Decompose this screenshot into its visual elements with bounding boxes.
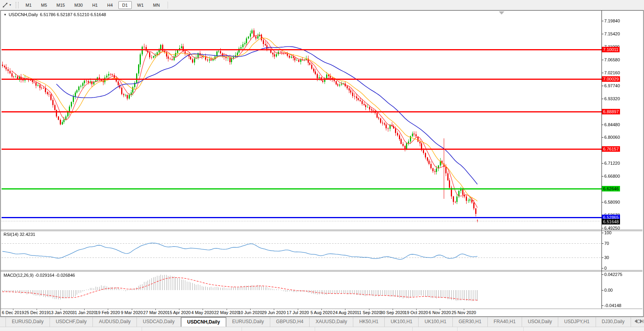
chart-tab-eurusd-daily[interactable]: EURUSD,Daily: [226, 317, 270, 327]
price-tick-mark: [602, 202, 603, 202]
macd-tick-label: -0.04148: [604, 303, 621, 308]
macd-tick-mark: [602, 274, 603, 275]
date-label: 30 Sep 2020: [380, 310, 405, 315]
rsi-tick-label: 70: [604, 241, 609, 246]
pane-separator[interactable]: [1, 230, 642, 231]
timeframe-button-m30[interactable]: M30: [70, 1, 87, 9]
timeframe-button-h4[interactable]: H4: [103, 1, 116, 9]
rsi-tick-label: 0: [604, 266, 607, 270]
tool-dropdown-caret-icon[interactable]: ▾: [9, 3, 11, 7]
date-label: 17 Jul 2020: [287, 310, 309, 315]
chart-header: ▼ USDCNH,Daily 6.51786 6.52187 6.51210 6…: [4, 12, 106, 17]
chart-tab-usoil-daily[interactable]: USOil,Daily: [522, 317, 558, 327]
price-tick-label: 6.49250: [604, 226, 620, 230]
status-cell-separator: [315, 327, 315, 331]
hline-price-label: 6.88897: [602, 109, 620, 114]
chart-tab-usdjpy-h1[interactable]: USDJPY,H1: [558, 317, 596, 327]
chart-tab-hk50-h1[interactable]: HK50,H1: [353, 317, 385, 327]
macd-indicator-canvas[interactable]: [2, 272, 602, 309]
chart-tab-ger30-h1[interactable]: GER30,H1: [453, 317, 488, 327]
timeframe-buttons: M1M5M15M30H1H4D1W1MN: [21, 1, 164, 9]
chart-tab-audusd-daily[interactable]: AUDUSD,Daily: [93, 317, 137, 327]
status-bar: [0, 327, 644, 331]
price-tick-label: 7.19840: [604, 18, 620, 23]
price-tick-label: 6.80060: [604, 135, 620, 140]
price-tick-label: 6.58090: [604, 200, 620, 204]
timeframe-button-h1[interactable]: H1: [88, 1, 101, 9]
chart-tab-eurusd-daily[interactable]: EURUSD,Daily: [6, 317, 50, 327]
timeframe-button-m1[interactable]: M1: [22, 1, 35, 9]
chart-tab-usdcad-daily[interactable]: USDCAD,Daily: [137, 317, 181, 327]
rsi-indicator-canvas[interactable]: [2, 231, 602, 270]
date-label: 9 Mar 2020: [121, 310, 143, 315]
timeframe-toolbar: ▾ M1M5M15M30H1H4D1W1MN: [0, 0, 644, 10]
price-tick-label: 6.66800: [604, 174, 620, 178]
crosshair-tool-icon[interactable]: [2, 2, 9, 9]
timeframe-button-m5[interactable]: M5: [37, 1, 51, 9]
price-tick-mark: [602, 60, 603, 60]
timeframe-button-m15[interactable]: M15: [53, 1, 69, 9]
macd-label: MACD(12,26,9) -0.029164 -0.026846: [4, 273, 75, 278]
date-label: 25 Dec 2019: [24, 310, 49, 315]
date-label: 22 May 2020: [214, 310, 239, 315]
chart-tab-uk100-h1[interactable]: UK100,H1: [419, 317, 452, 327]
price-tick-label: 7.15420: [604, 31, 620, 36]
pane-separator[interactable]: [1, 270, 642, 272]
toolbar-grip: [16, 2, 18, 8]
date-label: 4 May 2020: [191, 310, 214, 315]
macd-tick-mark: [602, 290, 603, 291]
chart-tab-gbpusd-h4[interactable]: GBPUSD,H4: [270, 317, 310, 327]
timeframe-button-mn[interactable]: MN: [149, 1, 164, 9]
price-tick-label: 7.02160: [604, 70, 620, 75]
date-label: 5 Aug 2020: [310, 310, 332, 315]
toolbar-separator: [168, 2, 168, 9]
date-label: 19 Oct 2020: [404, 310, 428, 315]
price-chart-canvas[interactable]: [2, 11, 602, 230]
macd-tick-mark: [602, 305, 603, 306]
macd-tick-label: 0.042275: [604, 272, 622, 277]
hline-price-label: 6.62646: [602, 186, 620, 191]
current-price-label: 6.51648: [602, 219, 620, 224]
status-cell-separator: [242, 327, 242, 331]
date-label: 10 Jun 2020: [238, 310, 262, 315]
rsi-tick-mark: [602, 257, 603, 258]
rsi-tick-mark: [602, 243, 603, 244]
tab-scroll-arrows: [635, 319, 642, 323]
hline-price-label: 7.10011: [602, 47, 620, 52]
timeframe-button-w1[interactable]: W1: [133, 1, 148, 9]
date-label: 29 Jun 2020: [262, 310, 286, 315]
price-tick-mark: [602, 125, 603, 125]
price-tick-mark: [602, 137, 603, 138]
status-cell-separator: [523, 327, 524, 331]
tab-scroll-right-icon[interactable]: [640, 319, 642, 323]
price-tick-label: 6.71220: [604, 161, 620, 166]
chart-tab-usdchf-daily[interactable]: USDCHF,Daily: [50, 317, 93, 327]
date-label: 31 Jan 2020: [72, 310, 96, 315]
chart-title: USDCNH,Daily: [9, 12, 38, 17]
chart-tab-bar: EURUSD,DailyUSDCHF,DailyAUDUSD,DailyUSDC…: [0, 317, 644, 327]
macd-tick-label: 0.00: [604, 288, 613, 292]
chart-shift-marker-icon[interactable]: [499, 11, 504, 15]
rsi-tick-label: 30: [604, 255, 609, 260]
date-label: 19 Feb 2020: [96, 310, 120, 315]
timeframe-button-d1[interactable]: D1: [118, 1, 132, 9]
price-tick-mark: [602, 176, 603, 177]
chart-tab-xauusd-daily[interactable]: XAUUSD,Daily: [310, 317, 353, 327]
price-tick-mark: [602, 86, 603, 86]
date-label: 6 Nov 2020: [429, 310, 451, 315]
date-label: 24 Aug 2020: [333, 310, 357, 315]
chart-tab-dj30-daily[interactable]: DJ30,Daily: [596, 317, 631, 327]
chart-tab-fra40-h1[interactable]: FRA40,H1: [488, 317, 522, 327]
date-label: 25 Nov 2020: [452, 310, 476, 315]
date-label: 15 Apr 2020: [167, 310, 190, 315]
tab-scroll-left-icon[interactable]: [635, 319, 637, 323]
price-axis-line[interactable]: [602, 11, 602, 309]
price-tick-mark: [602, 228, 603, 228]
chart-collapse-arrow-icon[interactable]: ▼: [4, 13, 7, 17]
rsi-tick-label: 100: [604, 230, 611, 235]
rsi-tick-mark: [602, 233, 603, 233]
chart-tab-usdcnh-daily[interactable]: USDCNH,Daily: [181, 317, 226, 327]
chart-tab-uk100-h1[interactable]: UK100,H1: [385, 317, 419, 327]
rsi-tick-mark: [602, 268, 603, 268]
status-cell-separator: [457, 327, 458, 331]
